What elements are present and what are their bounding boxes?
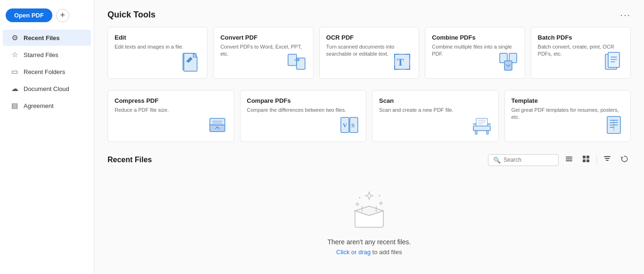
sidebar: Open PDF + ⊙ Recent Files ☆ Starred File… bbox=[0, 0, 94, 274]
scan-icon bbox=[470, 113, 494, 137]
svg-rect-43 bbox=[606, 160, 609, 161]
sidebar-item-starred-files[interactable]: ☆ Starred Files bbox=[3, 47, 91, 63]
convert-icon bbox=[285, 50, 308, 74]
tool-title-combine: Combine PDFs bbox=[432, 34, 518, 41]
starred-files-icon: ☆ bbox=[10, 50, 19, 59]
tool-title-ocr: OCR PDF bbox=[326, 34, 412, 41]
tool-title-scan: Scan bbox=[379, 97, 492, 104]
svg-rect-41 bbox=[604, 156, 611, 157]
compress-icon bbox=[206, 113, 229, 137]
svg-rect-20 bbox=[473, 126, 490, 131]
tool-card-template[interactable]: Template Get great PDF templates for res… bbox=[504, 90, 631, 142]
quick-tools-title: Quick Tools bbox=[107, 10, 156, 20]
main-content: Quick Tools ··· Edit Edit texts and imag… bbox=[94, 0, 644, 274]
view-divider bbox=[596, 156, 597, 164]
sidebar-item-label: Starred Files bbox=[24, 51, 58, 58]
grid-view-button[interactable] bbox=[579, 153, 593, 166]
svg-point-45 bbox=[379, 195, 380, 197]
sidebar-item-recent-folders[interactable]: ▭ Recent Folders bbox=[3, 64, 91, 80]
sidebar-top: Open PDF + bbox=[0, 5, 94, 28]
recent-files-icon: ⊙ bbox=[10, 33, 19, 42]
sidebar-item-label: Agreement bbox=[24, 102, 54, 109]
tool-title-template: Template bbox=[512, 97, 624, 104]
tool-title-compare: Compare PDFs bbox=[247, 97, 360, 104]
open-pdf-button[interactable]: Open PDF bbox=[6, 8, 52, 22]
sidebar-item-label: Recent Folders bbox=[24, 68, 65, 75]
template-icon bbox=[602, 113, 626, 137]
list-view-button[interactable] bbox=[562, 153, 576, 166]
svg-rect-38 bbox=[586, 156, 589, 158]
combine-icon bbox=[496, 50, 520, 74]
empty-link: Click or drag to add files bbox=[336, 249, 402, 256]
sidebar-nav: ⊙ Recent Files ☆ Starred Files ▭ Recent … bbox=[0, 28, 94, 116]
svg-rect-10 bbox=[608, 52, 619, 67]
sidebar-item-agreement[interactable]: ▤ Agreement bbox=[3, 98, 91, 114]
svg-rect-39 bbox=[583, 159, 586, 162]
sidebar-item-label: Recent Files bbox=[24, 34, 60, 42]
svg-rect-21 bbox=[475, 131, 477, 134]
svg-rect-40 bbox=[586, 159, 589, 162]
edit-icon bbox=[179, 50, 202, 74]
svg-text:T: T bbox=[397, 56, 404, 68]
search-icon: 🔍 bbox=[493, 157, 501, 164]
svg-rect-34 bbox=[566, 157, 572, 158]
svg-rect-37 bbox=[583, 156, 586, 158]
svg-text:S: S bbox=[351, 122, 355, 129]
tool-card-edit[interactable]: Edit Edit texts and images in a file. bbox=[107, 27, 207, 79]
search-input[interactable] bbox=[504, 157, 553, 163]
quick-tools-header: Quick Tools ··· bbox=[107, 9, 631, 20]
add-button[interactable]: + bbox=[56, 9, 69, 22]
tool-title-convert: Convert PDF bbox=[220, 34, 306, 41]
sidebar-item-label: Document Cloud bbox=[24, 85, 69, 92]
svg-rect-8 bbox=[504, 61, 512, 70]
recent-folders-icon: ▭ bbox=[10, 67, 19, 76]
recent-files-header: Recent Files 🔍 bbox=[107, 153, 631, 166]
search-box: 🔍 bbox=[488, 154, 559, 166]
agreement-icon: ▤ bbox=[10, 101, 19, 110]
add-files-link[interactable]: Click or drag bbox=[336, 249, 371, 256]
tool-card-combine-pdfs[interactable]: Combine PDFs Combine multiple files into… bbox=[425, 27, 525, 79]
svg-point-44 bbox=[359, 197, 361, 199]
empty-box-icon bbox=[346, 187, 393, 232]
svg-rect-42 bbox=[605, 158, 610, 159]
compare-icon: V S bbox=[338, 113, 361, 137]
tool-card-compress-pdf[interactable]: Compress PDF Reduce a PDF file size. bbox=[107, 90, 234, 142]
recent-files-controls: 🔍 bbox=[488, 153, 631, 166]
ocr-icon: T bbox=[390, 50, 414, 74]
empty-text: There aren't any recent files. bbox=[328, 238, 411, 246]
sidebar-item-document-cloud[interactable]: ☁ Document Cloud bbox=[3, 81, 91, 97]
svg-rect-22 bbox=[487, 131, 488, 134]
more-options-button[interactable]: ··· bbox=[620, 9, 631, 20]
svg-text:V: V bbox=[343, 122, 347, 129]
tool-title-batch: Batch PDFs bbox=[538, 34, 624, 41]
tool-card-convert-pdf[interactable]: Convert PDF Convert PDFs to Word, Excel,… bbox=[213, 27, 313, 79]
batch-icon bbox=[602, 50, 626, 74]
tool-card-scan[interactable]: Scan Scan and create a new PDF file. bbox=[372, 90, 499, 142]
tools-grid-row2: Compress PDF Reduce a PDF file size. Com… bbox=[107, 90, 631, 142]
sidebar-item-recent-files[interactable]: ⊙ Recent Files bbox=[3, 30, 91, 46]
tool-card-batch-pdfs[interactable]: Batch PDFs Batch convert, create, print,… bbox=[531, 27, 631, 79]
recent-files-title: Recent Files bbox=[107, 156, 152, 164]
svg-rect-35 bbox=[566, 158, 572, 159]
svg-rect-36 bbox=[566, 160, 572, 161]
tool-card-compare-pdfs[interactable]: Compare PDFs Compare the differences bet… bbox=[240, 90, 367, 142]
tools-grid-row1: Edit Edit texts and images in a file. Co… bbox=[107, 27, 631, 79]
empty-state: There aren't any recent files. Click or … bbox=[107, 173, 631, 265]
empty-link-suffix: to add files bbox=[371, 249, 402, 256]
tool-title-edit: Edit bbox=[115, 34, 200, 41]
document-cloud-icon: ☁ bbox=[10, 84, 19, 93]
tool-card-ocr-pdf[interactable]: OCR PDF Turn scanned documents into sear… bbox=[319, 27, 419, 79]
sort-button[interactable] bbox=[601, 153, 614, 166]
tool-title-compress: Compress PDF bbox=[115, 97, 227, 104]
refresh-button[interactable] bbox=[618, 153, 631, 166]
